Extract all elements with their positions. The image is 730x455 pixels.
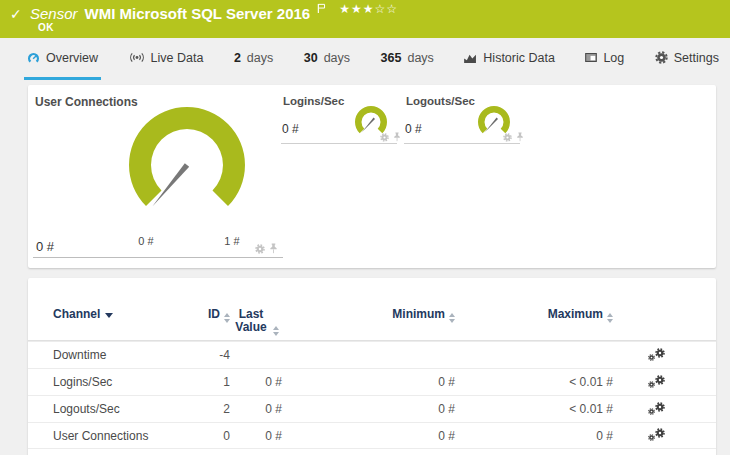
live-data-icon bbox=[129, 52, 145, 63]
channel-minimum: 0 # bbox=[282, 429, 455, 443]
gauge-title: Logouts/Sec bbox=[406, 95, 475, 107]
column-header-minimum[interactable]: Minimum bbox=[282, 308, 455, 324]
channels-table-panel: Channel ID Last Value Minimum Maximum Do… bbox=[28, 278, 716, 455]
channel-last-value: 0 # bbox=[230, 429, 282, 443]
channel-maximum: < 0.01 # bbox=[455, 402, 613, 416]
tab-log-label: Log bbox=[603, 51, 624, 65]
user-connections-gauge-widget: User Connections 0 # 1 # 0 # bbox=[33, 93, 283, 258]
gauge-title: Logins/Sec bbox=[283, 95, 344, 107]
tab-2-days-number: 2 bbox=[234, 51, 241, 65]
gauge-pin-icon[interactable] bbox=[393, 132, 401, 142]
logouts-gauge-widget: Logouts/Sec 0 # bbox=[404, 93, 520, 144]
status-badge: OK bbox=[38, 22, 54, 33]
gauge-settings-gear-icon[interactable] bbox=[503, 133, 512, 142]
log-window-icon bbox=[585, 53, 597, 62]
channel-id: -4 bbox=[198, 348, 230, 362]
table-row-logouts-sec[interactable]: Logouts/Sec 2 0 # 0 # < 0.01 # bbox=[28, 395, 716, 422]
tab-settings-label: Settings bbox=[674, 51, 719, 65]
priority-stars[interactable]: ★★★☆☆ bbox=[339, 2, 398, 16]
channel-maximum: < 0.01 # bbox=[455, 375, 613, 389]
column-header-last-value[interactable]: Last Value bbox=[230, 308, 282, 337]
tab-30-days-number: 30 bbox=[304, 51, 318, 65]
gauge-value: 0 # bbox=[282, 122, 299, 136]
sort-arrows-icon bbox=[607, 313, 613, 323]
gauge-pin-icon[interactable] bbox=[516, 132, 524, 142]
gauge-scale-max: 1 # bbox=[218, 235, 246, 247]
tab-2-days[interactable]: 2 days bbox=[231, 38, 276, 80]
tab-live-data-label: Live Data bbox=[151, 51, 204, 65]
gauges-panel: User Connections 0 # 1 # 0 # Logins/Sec … bbox=[28, 85, 716, 268]
channel-name[interactable]: Logins/Sec bbox=[53, 375, 198, 389]
prtg-sensor-page: ✓ Sensor WMI Microsoft SQL Server 2016 ★… bbox=[0, 0, 730, 455]
gear-icon bbox=[655, 51, 668, 64]
tab-log[interactable]: Log bbox=[582, 38, 627, 80]
filled-stars: ★★★ bbox=[339, 2, 374, 16]
tab-30-days[interactable]: 30 days bbox=[301, 38, 353, 80]
tab-365-days-unit: days bbox=[407, 51, 433, 65]
empty-stars: ☆☆ bbox=[374, 2, 398, 16]
sort-caret-down-icon bbox=[105, 313, 113, 318]
sort-arrows-icon bbox=[449, 313, 455, 323]
sensor-title: WMI Microsoft SQL Server 2016 bbox=[85, 5, 311, 22]
channel-settings-gears-icon[interactable] bbox=[648, 375, 665, 388]
table-row-user-connections[interactable]: User Connections 0 0 # 0 # 0 # bbox=[28, 422, 716, 449]
tab-overview[interactable]: Overview bbox=[24, 38, 101, 80]
tab-365-days[interactable]: 365 days bbox=[378, 38, 437, 80]
area-chart-icon bbox=[464, 53, 477, 63]
channel-minimum: 0 # bbox=[282, 402, 455, 416]
gauge-pin-icon[interactable] bbox=[269, 243, 278, 254]
tab-settings[interactable]: Settings bbox=[652, 38, 722, 80]
channel-last-value: 0 # bbox=[230, 402, 282, 416]
channel-name[interactable]: Downtime bbox=[53, 348, 198, 362]
channel-minimum: 0 # bbox=[282, 375, 455, 389]
channel-settings-gears-icon[interactable] bbox=[648, 428, 665, 441]
sort-arrows-icon bbox=[224, 313, 230, 323]
gauge-settings-gear-icon[interactable] bbox=[380, 133, 389, 142]
flag-icon[interactable] bbox=[317, 0, 326, 18]
tab-2-days-unit: days bbox=[247, 51, 273, 65]
tab-bar: Overview Live Data 2 days 30 days 365 da… bbox=[0, 38, 730, 80]
sensor-header: ✓ Sensor WMI Microsoft SQL Server 2016 ★… bbox=[0, 0, 730, 38]
channel-settings-gears-icon[interactable] bbox=[648, 348, 665, 361]
channel-id: 2 bbox=[198, 402, 230, 416]
channel-settings-gears-icon[interactable] bbox=[648, 402, 665, 415]
tab-30-days-unit: days bbox=[324, 51, 350, 65]
gauge-settings-gear-icon[interactable] bbox=[255, 244, 265, 254]
channel-id: 0 bbox=[198, 429, 230, 443]
channel-maximum: 0 # bbox=[455, 429, 613, 443]
channel-id: 1 bbox=[198, 375, 230, 389]
gauge-scale-min: 0 # bbox=[132, 235, 160, 247]
tab-live-data[interactable]: Live Data bbox=[126, 38, 207, 80]
column-header-maximum[interactable]: Maximum bbox=[455, 308, 613, 324]
column-header-channel[interactable]: Channel bbox=[53, 308, 198, 321]
tab-historic-data-label: Historic Data bbox=[483, 51, 555, 65]
gauge-value: 0 # bbox=[36, 239, 54, 254]
tab-365-days-number: 365 bbox=[381, 51, 402, 65]
tab-overview-label: Overview bbox=[46, 51, 98, 65]
sort-arrows-icon bbox=[273, 326, 279, 336]
logins-gauge-widget: Logins/Sec 0 # bbox=[281, 93, 397, 144]
column-header-id[interactable]: ID bbox=[198, 308, 230, 324]
tab-historic-data[interactable]: Historic Data bbox=[461, 38, 558, 80]
gauge-icon bbox=[27, 52, 40, 64]
table-row-downtime[interactable]: Downtime -4 bbox=[28, 341, 716, 368]
channel-name[interactable]: Logouts/Sec bbox=[53, 402, 198, 416]
table-row-logins-sec[interactable]: Logins/Sec 1 0 # 0 # < 0.01 # bbox=[28, 368, 716, 395]
status-ok-check-icon: ✓ bbox=[10, 6, 22, 22]
user-connections-gauge bbox=[107, 101, 267, 223]
channel-last-value: 0 # bbox=[230, 375, 282, 389]
gauge-value: 0 # bbox=[405, 122, 422, 136]
object-kind-label: Sensor bbox=[30, 5, 78, 22]
channels-table-header: Channel ID Last Value Minimum Maximum bbox=[28, 278, 716, 341]
channel-name[interactable]: User Connections bbox=[53, 429, 198, 443]
